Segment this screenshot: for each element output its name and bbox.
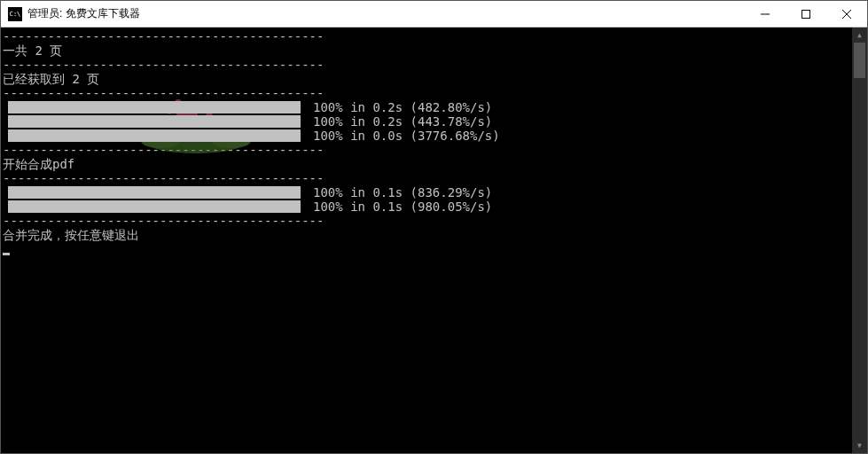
progress-text: 100% in 0.2s (443.78%/s): [313, 114, 492, 129]
progress-row: | | 100% in 0.2s (443.78%/s): [3, 114, 867, 129]
window-title: 管理员: 免费文库下载器: [27, 6, 140, 21]
divider: ----------------------------------------…: [3, 171, 867, 185]
done-line: 合并完成，按任意键退出: [3, 228, 867, 242]
divider: ----------------------------------------…: [3, 143, 867, 157]
svg-rect-1: [802, 10, 810, 18]
progress-text: 100% in 0.0s (3776.68%/s): [313, 129, 500, 143]
compose-pdf-line: 开始合成pdf: [3, 157, 867, 171]
progress-bar: [8, 129, 301, 142]
console-area[interactable]: 小刀娱乐 乐于分享 ------------------------------…: [1, 27, 867, 453]
cursor-line: [3, 242, 867, 256]
cursor: [3, 253, 10, 255]
total-pages-line: 一共 2 页: [3, 43, 867, 58]
progress-row: | | 100% in 0.1s (980.05%/s): [3, 200, 867, 214]
scroll-down-icon[interactable]: ▼: [852, 438, 867, 453]
vertical-scrollbar[interactable]: ▲ ▼: [852, 27, 867, 453]
divider: ----------------------------------------…: [3, 86, 867, 100]
scroll-thumb[interactable]: [854, 43, 865, 78]
progress-row: | | 100% in 0.0s (3776.68%/s): [3, 129, 867, 143]
progress-text: 100% in 0.1s (980.05%/s): [313, 200, 492, 214]
progress-bar: [8, 186, 301, 199]
progress-bar: [8, 200, 301, 213]
divider: ----------------------------------------…: [3, 29, 867, 43]
progress-row: | | 100% in 0.1s (836.29%/s): [3, 185, 867, 200]
divider: ----------------------------------------…: [3, 214, 867, 228]
progress-text: 100% in 0.2s (482.80%/s): [313, 100, 492, 114]
progress-row: | | 100% in 0.2s (482.80%/s): [3, 100, 867, 114]
fetched-pages-line: 已经获取到 2 页: [3, 72, 867, 86]
maximize-button[interactable]: [786, 1, 826, 27]
minimize-button[interactable]: [745, 1, 786, 27]
divider: ----------------------------------------…: [3, 58, 867, 72]
scroll-track[interactable]: [852, 43, 867, 438]
titlebar[interactable]: C:\ 管理员: 免费文库下载器: [1, 1, 867, 27]
console-icon: C:\: [8, 7, 22, 21]
scroll-up-icon[interactable]: ▲: [852, 27, 867, 43]
progress-text: 100% in 0.1s (836.29%/s): [313, 185, 492, 200]
progress-bar: [8, 115, 301, 128]
progress-bar: [8, 101, 301, 114]
close-button[interactable]: [826, 1, 867, 27]
